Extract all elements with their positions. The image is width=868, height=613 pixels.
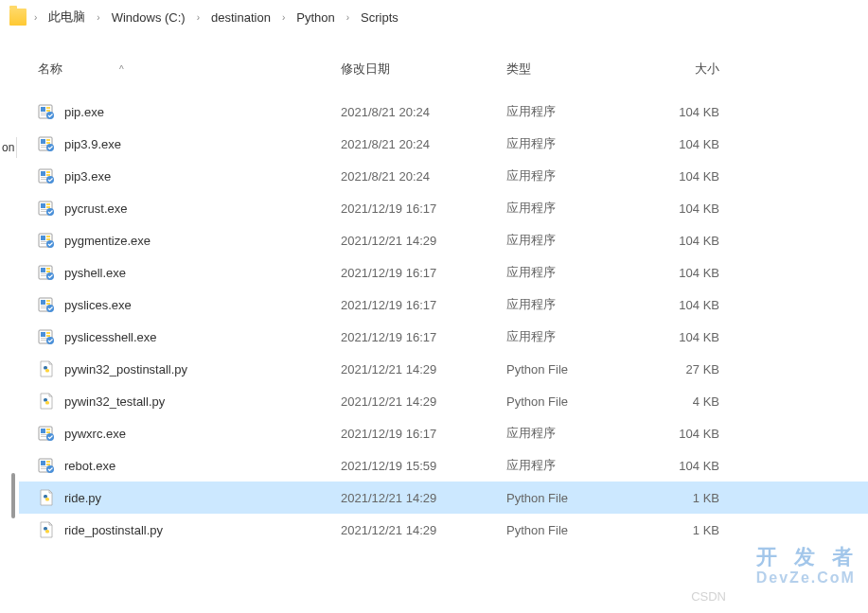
file-size: 104 KB xyxy=(644,330,738,344)
file-size: 104 KB xyxy=(644,137,738,151)
python-file-icon xyxy=(38,360,55,377)
sidebar-fragment: on xyxy=(0,137,17,158)
application-icon xyxy=(38,200,55,217)
file-name: ride.py xyxy=(64,491,341,505)
watermark-main: 开 发 者 xyxy=(756,545,859,569)
application-icon xyxy=(38,296,55,313)
file-name: pip.exe xyxy=(64,105,341,119)
file-name: ride_postinstall.py xyxy=(64,523,341,537)
breadcrumb-item[interactable]: Python xyxy=(292,9,338,26)
file-type: Python File xyxy=(506,394,644,409)
file-type: 应用程序 xyxy=(506,328,644,345)
breadcrumb-item[interactable]: destination xyxy=(207,9,275,26)
file-list: pip.exe2021/8/21 20:24应用程序104 KBpip3.9.e… xyxy=(19,96,868,546)
column-header-date[interactable]: 修改日期 xyxy=(341,61,506,78)
breadcrumb-item[interactable]: 此电脑 xyxy=(44,7,89,27)
application-icon xyxy=(38,103,55,120)
file-date: 2021/12/19 16:17 xyxy=(341,298,506,312)
application-icon xyxy=(38,457,55,474)
python-file-icon xyxy=(38,393,55,410)
application-icon xyxy=(38,232,55,249)
file-date: 2021/12/19 16:17 xyxy=(341,266,506,280)
file-date: 2021/12/21 14:29 xyxy=(341,491,506,505)
file-type: 应用程序 xyxy=(506,264,644,281)
file-name: pywin32_postinstall.py xyxy=(64,362,341,377)
file-name: pygmentize.exe xyxy=(64,234,341,248)
file-name: pip3.exe xyxy=(64,169,341,184)
file-name: pywin32_testall.py xyxy=(64,394,341,409)
file-row[interactable]: pygmentize.exe2021/12/21 14:29应用程序104 KB xyxy=(19,224,868,256)
file-size: 104 KB xyxy=(644,234,738,248)
chevron-right-icon[interactable]: › xyxy=(280,12,287,23)
file-type: Python File xyxy=(506,491,644,505)
chevron-right-icon[interactable]: › xyxy=(345,12,351,23)
file-size: 104 KB xyxy=(644,427,738,441)
file-row[interactable]: ride_postinstall.py2021/12/21 14:29Pytho… xyxy=(19,514,868,546)
file-type: 应用程序 xyxy=(506,135,644,152)
application-icon xyxy=(38,328,55,345)
file-row[interactable]: pyslicesshell.exe2021/12/19 16:17应用程序104… xyxy=(19,321,868,353)
file-size: 104 KB xyxy=(644,298,738,312)
file-date: 2021/12/21 14:29 xyxy=(341,362,506,377)
file-row[interactable]: pip3.exe2021/8/21 20:24应用程序104 KB xyxy=(19,160,868,192)
file-date: 2021/12/19 16:17 xyxy=(341,427,506,441)
file-date: 2021/12/19 16:17 xyxy=(341,201,506,216)
chevron-right-icon[interactable]: › xyxy=(195,12,202,23)
file-date: 2021/8/21 20:24 xyxy=(341,137,506,151)
file-name: pip3.9.exe xyxy=(64,137,341,151)
file-row[interactable]: pyshell.exe2021/12/19 16:17应用程序104 KB xyxy=(19,256,868,289)
file-name: pyslices.exe xyxy=(64,298,341,312)
sort-indicator-icon: ^ xyxy=(119,64,124,75)
application-icon xyxy=(38,167,55,184)
file-type: Python File xyxy=(506,362,644,377)
file-size: 1 KB xyxy=(644,491,738,505)
file-row[interactable]: pywin32_testall.py2021/12/21 14:29Python… xyxy=(19,385,868,417)
application-icon xyxy=(38,264,55,281)
folder-icon xyxy=(9,9,27,26)
column-header-type[interactable]: 类型 xyxy=(506,61,644,78)
file-date: 2021/8/21 20:24 xyxy=(341,169,506,184)
file-row[interactable]: pip3.9.exe2021/8/21 20:24应用程序104 KB xyxy=(19,128,868,160)
file-size: 104 KB xyxy=(644,169,738,184)
file-row[interactable]: pyslices.exe2021/12/19 16:17应用程序104 KB xyxy=(19,289,868,321)
python-file-icon xyxy=(38,489,55,506)
file-size: 104 KB xyxy=(644,201,738,216)
chevron-right-icon[interactable]: › xyxy=(95,12,101,23)
file-type: 应用程序 xyxy=(506,425,644,442)
breadcrumb-item[interactable]: Windows (C:) xyxy=(108,9,189,26)
file-date: 2021/12/21 14:29 xyxy=(341,523,506,537)
file-row[interactable]: pycrust.exe2021/12/19 16:17应用程序104 KB xyxy=(19,192,868,224)
breadcrumb-item[interactable]: Scripts xyxy=(357,9,402,26)
file-size: 1 KB xyxy=(644,523,738,537)
column-header-row: 名称 ^ 修改日期 类型 大小 xyxy=(19,51,868,88)
watermark: 开 发 者 DevZe.CoM xyxy=(756,543,859,587)
column-header-name[interactable]: 名称 ^ xyxy=(38,61,341,78)
breadcrumb[interactable]: › 此电脑 › Windows (C:) › destination › Pyt… xyxy=(0,0,868,34)
file-type: 应用程序 xyxy=(506,103,644,120)
file-row[interactable]: rebot.exe2021/12/19 15:59应用程序104 KB xyxy=(19,449,868,482)
chevron-right-icon[interactable]: › xyxy=(32,12,39,23)
file-size: 104 KB xyxy=(644,266,738,280)
file-row[interactable]: pywxrc.exe2021/12/19 16:17应用程序104 KB xyxy=(19,417,868,449)
file-explorer-content: 名称 ^ 修改日期 类型 大小 pip.exe2021/8/21 20:24应用… xyxy=(19,51,868,546)
file-type: 应用程序 xyxy=(506,296,644,313)
file-row[interactable]: pip.exe2021/8/21 20:24应用程序104 KB xyxy=(19,96,868,128)
file-type: 应用程序 xyxy=(506,167,644,184)
file-type: 应用程序 xyxy=(506,457,644,474)
file-size: 4 KB xyxy=(644,394,738,409)
column-label-name: 名称 xyxy=(38,61,62,78)
file-size: 104 KB xyxy=(644,105,738,119)
file-name: rebot.exe xyxy=(64,459,341,473)
file-size: 104 KB xyxy=(644,459,738,473)
file-type: Python File xyxy=(506,523,644,537)
column-header-size[interactable]: 大小 xyxy=(644,61,738,78)
watermark-sub: DevZe.CoM xyxy=(756,569,859,587)
file-type: 应用程序 xyxy=(506,200,644,217)
file-name: pyshell.exe xyxy=(64,266,341,280)
file-date: 2021/12/21 14:29 xyxy=(341,234,506,248)
file-name: pyslicesshell.exe xyxy=(64,330,341,344)
file-row[interactable]: pywin32_postinstall.py2021/12/21 14:29Py… xyxy=(19,353,868,385)
watermark-csdn: CSDN xyxy=(691,589,726,604)
scrollbar-fragment[interactable] xyxy=(11,473,15,518)
file-row[interactable]: ride.py2021/12/21 14:29Python File1 KB xyxy=(19,482,868,514)
